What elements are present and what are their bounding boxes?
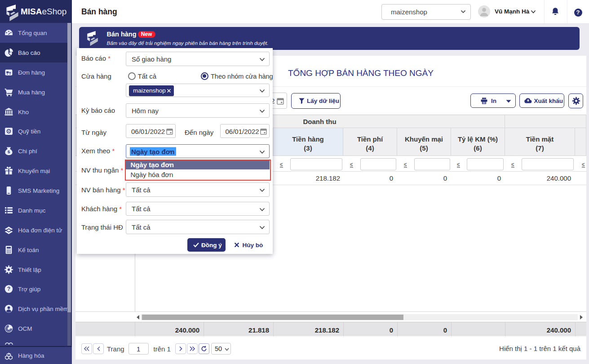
svg-text:?: ?	[7, 286, 10, 293]
svg-text:$: $	[8, 149, 10, 154]
